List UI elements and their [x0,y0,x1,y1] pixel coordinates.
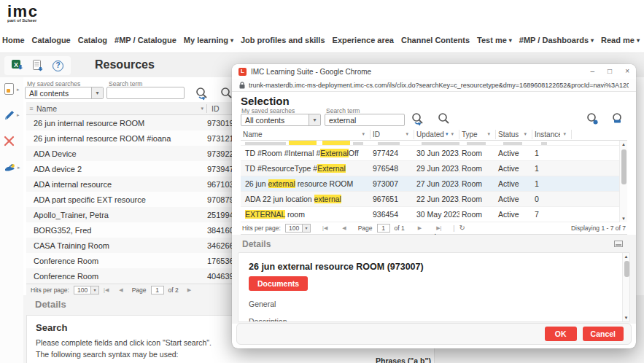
maximize-icon[interactable]: □ [608,68,612,75]
scroll-up-icon[interactable]: ▲ [620,142,627,147]
ok-button[interactable]: OK [545,327,577,341]
nav-item-read-me[interactable]: Read me▾ [601,36,640,44]
column-header-name[interactable]: Name [36,104,198,113]
resource-row[interactable]: ADA internal resource967103 [26,176,245,192]
filter-caret-icon[interactable]: ▾ [524,131,527,137]
nav-item-my-learning[interactable]: My learning▾ [184,36,233,44]
resource-row[interactable]: ADA Device973922 [26,146,245,161]
cancel-button[interactable]: Cancel [583,327,624,341]
dialog-search-term-input[interactable]: external [325,114,405,126]
column-header-type[interactable]: Type▾ [459,130,496,139]
hits-per-page-select[interactable]: 100 ▾ [285,224,311,233]
caret-down-icon[interactable]: ▾ [91,87,103,98]
hits-per-page-select[interactable]: 100 ▾ [74,286,99,294]
excel-export-icon[interactable]: X [12,60,24,71]
column-header-name[interactable]: Name▾ [241,130,371,139]
selection-row-instances: 1 [532,149,572,157]
page-title: Resources [95,58,155,71]
url-bar[interactable]: trunk-masterdb.imc-ms-deployment.imc-cs.… [232,79,636,92]
table-scrollbar[interactable]: ▲ ▼ [619,141,627,222]
dialog-reset-search-icon[interactable] [437,112,451,126]
selection-row[interactable]: ADA 22 jun location external96765122 Jun… [241,192,627,207]
resource-row[interactable]: CASA Training Room346266 [26,238,245,253]
scrollbar-thumb[interactable] [624,261,629,277]
nav-item-mp-dashboards[interactable]: #MP / Dashboards▾ [519,36,594,44]
scroll-up-icon[interactable]: ▲ [623,254,629,259]
close-icon[interactable]: × [625,68,629,75]
column-header-id[interactable]: ID▾ [371,130,414,139]
scroll-down-icon[interactable]: ▼ [620,216,627,221]
scrollbar-thumb[interactable] [621,149,626,184]
filter-caret-icon[interactable]: ▾ [406,131,408,137]
selection-row[interactable]: TD #Room #Internal #ExternalOff97742430 … [241,146,627,161]
lock-icon[interactable] [239,82,245,89]
selection-row[interactable]: 26 jun external resource ROOM97300727 Ju… [241,176,627,192]
delete-button[interactable] [4,136,15,147]
resource-row[interactable]: ADA device 2973947 [26,161,245,176]
resource-row[interactable]: Conference Room176536 [26,253,245,268]
next-page-icon[interactable]: ▶ [418,225,422,231]
collapse-panel-icon[interactable] [614,241,623,247]
saved-searches-select[interactable]: All contents ▾ [25,87,104,99]
nav-item-channel-contents[interactable]: Channel Contents [401,36,470,44]
new-resource-button[interactable]: ▸ [4,83,20,95]
document-export-icon[interactable] [33,60,44,71]
drag-handle-icon[interactable]: ≡ [26,105,36,112]
assign-button[interactable]: ▸ [4,162,20,173]
dialog-titlebar[interactable]: L IMC Learning Suite - Google Chrome – □… [232,64,636,79]
nav-item-label: #MP / Catalogue [115,36,176,44]
first-page-icon[interactable]: |◀ [104,287,109,293]
resource-row[interactable]: 26 jun internal resource ROOM973019 [26,115,245,130]
last-page-icon[interactable]: ▶| [436,225,441,231]
caret-down-icon: ▾ [302,225,310,232]
column-header-status[interactable]: Status▾ [496,130,532,139]
svg-text:X: X [14,61,18,69]
prev-page-icon[interactable]: ◀ [342,225,346,231]
filter-caret-icon[interactable]: ▾ [362,131,365,137]
resource-row[interactable]: Conference Room404639 [26,268,245,284]
minimize-icon[interactable]: – [591,68,595,75]
prev-page-icon[interactable]: ◀ [119,287,123,293]
caret-right-icon: ▸ [17,112,20,118]
advanced-search-icon[interactable] [586,112,600,126]
resource-row[interactable]: BORG352, Fred384160 [26,222,245,238]
documents-button[interactable]: Documents [249,276,308,291]
resource-name: 26 jun internal resource ROOM #ioana [26,134,207,143]
resource-row[interactable]: ADA part specific EXT resource970879 [26,192,245,207]
nav-item-job-profiles-and-skills[interactable]: Job profiles and skills [241,36,325,44]
details-scrollbar[interactable]: ▲ ▼ [622,253,629,321]
edit-button[interactable]: ▸ [4,109,20,121]
selection-row[interactable]: EXTERNAL room93645430 May 2023...RoomAct… [241,207,627,222]
help-icon[interactable]: ? [53,60,63,71]
column-header-updated[interactable]: Updated▾▾ [414,130,459,139]
next-page-icon[interactable]: ▶ [187,287,191,293]
resource-row[interactable]: Apollo_Trainer, Petra251994 [26,207,245,222]
dialog-saved-searches-select[interactable]: All contents ▾ [241,114,321,126]
saved-search-icon[interactable] [610,112,625,126]
search-help-line2: The following search syntax may be used: [36,350,425,359]
selection-row[interactable]: TD #ResourceType #External97654829 Jun 2… [241,161,627,176]
column-header-instances[interactable]: Instances▾ [532,130,572,139]
nav-item-experience-area[interactable]: Experience area [333,36,394,44]
refresh-icon[interactable]: ↻ [459,224,465,232]
resources-table: ≡ Name ▾ ID 26 jun internal resource ROO… [26,102,245,284]
filter-caret-icon[interactable]: ▾ [201,106,203,112]
nav-item-home[interactable]: Home [2,36,25,44]
caret-down-icon[interactable]: ▾ [309,114,320,125]
dialog-start-search-icon[interactable] [411,112,425,126]
filter-caret-icon[interactable]: ▾ [487,131,490,137]
scroll-down-icon[interactable]: ▼ [623,316,629,320]
nav-item-label: Catalog [78,36,107,44]
nav-item-catalogue[interactable]: Catalogue [32,36,71,44]
page-number-input[interactable]: 1 [151,286,164,294]
page-number-input[interactable]: 1 [377,224,390,233]
nav-item-test-me[interactable]: Test me▾ [477,36,512,44]
filter-caret-icon[interactable]: ▾ [563,131,566,137]
start-search-icon[interactable] [195,87,209,101]
nav-item-mp-catalogue[interactable]: #MP / Catalogue [115,36,176,44]
nav-item-catalog[interactable]: Catalog [78,36,107,44]
first-page-icon[interactable]: |◀ [322,225,327,231]
search-term-input[interactable] [106,87,185,99]
filter-caret-icon[interactable]: ▾ [451,131,454,137]
resource-row[interactable]: 26 jun internal resource ROOM #ioana9731… [26,130,245,146]
